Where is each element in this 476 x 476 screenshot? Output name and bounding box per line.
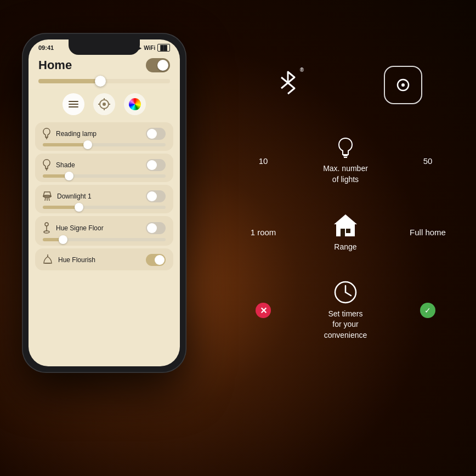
svg-line-25 [45,197,46,201]
phone-mockup: 09:41 ▶ WiFi ██ Home [22,33,197,450]
bluetooth-icon [275,70,301,100]
reading-toggle[interactable] [146,128,166,140]
downlight-slider[interactable] [43,206,166,209]
lights-feature-row: 10 Max. number of lights 50 [230,137,461,185]
check-icon: ✓ [420,303,435,318]
svg-marker-4 [334,214,357,224]
home-icon [332,212,359,237]
timers-center: Set timers for your convenience [285,280,406,341]
lights-list: Reading lamp [29,122,180,270]
tab-color[interactable] [124,93,146,115]
range-label: Range [334,242,356,253]
timers-feature-row: ✕ Set timers for your convenience ✓ [230,280,461,341]
signe-slider[interactable] [43,238,166,241]
svg-point-30 [44,231,49,233]
light-name-flourish: Hue Flourish [58,256,95,264]
tab-scenes[interactable] [93,93,115,115]
svg-point-1 [401,83,405,87]
svg-rect-7 [346,229,350,233]
battery-icon: ██ [157,44,170,52]
bulb-icon [338,137,353,159]
x-icon: ✕ [256,303,271,318]
bulb-small-icon-2 [43,159,50,171]
hub-icon-box [384,66,422,104]
signe-icon [43,222,50,235]
tab-bar [29,89,180,120]
info-panel: ® 10 Max. number of lights [230,44,461,439]
flourish-icon [43,254,53,265]
downlight-thumb[interactable] [75,203,83,212]
status-time: 09:41 [38,44,54,51]
main-brightness-thumb[interactable] [95,76,106,87]
svg-rect-5 [336,224,355,236]
shade-toggle[interactable] [146,159,166,171]
lights-min-value: 10 [241,156,285,166]
list-icon [68,99,79,109]
range-feature-row: 1 room Range Full home [230,212,461,253]
scenes-icon [98,98,110,110]
range-min-label: 1 room [241,228,285,237]
svg-point-15 [103,103,106,106]
status-right: ▶ WiFi ██ [137,44,170,52]
signe-toggle[interactable] [146,222,166,234]
light-name-downlight: Downlight 1 [57,192,92,200]
reading-slider[interactable] [43,143,166,146]
clock-icon [333,280,358,304]
light-name-shade: Shade [56,161,75,169]
light-item-downlight: Downlight 1 [35,185,173,213]
notch [69,39,140,55]
phone-screen: 09:41 ▶ WiFi ██ Home [29,39,180,366]
light-item-reading: Reading lamp [35,122,173,151]
range-max-label: Full home [406,228,450,237]
top-icons-row: ® [230,66,461,104]
light-name-signe: Hue Signe Floor [56,224,104,232]
svg-line-27 [49,197,49,201]
main-brightness-slider[interactable] [38,79,170,83]
svg-rect-6 [341,229,345,236]
range-center: Range [285,212,406,253]
color-wheel-icon [129,98,141,110]
reading-thumb[interactable] [83,140,92,149]
bulb-small-icon [43,128,50,140]
signe-thumb[interactable] [59,235,67,244]
svg-line-10 [345,292,351,296]
svg-point-28 [45,223,48,226]
light-name-reading: Reading lamp [56,130,97,138]
hub-container [384,66,422,104]
wifi-icon: WiFi [144,45,155,51]
light-item-flourish: Hue Flourish [35,248,173,270]
lights-label: Max. number of lights [323,163,368,185]
shade-slider[interactable] [43,174,166,178]
lights-max-value: 50 [406,156,450,166]
app-title: Home [38,58,72,72]
phone-outer: 09:41 ▶ WiFi ██ Home [22,33,186,373]
light-item-shade: Shade [35,154,173,182]
timers-label: Set timers for your convenience [324,309,367,341]
bluetooth-registered: ® [300,67,304,73]
light-item-signe: Hue Signe Floor [35,216,173,246]
shade-thumb[interactable] [65,172,73,180]
app-header: Home [29,52,180,76]
downlight-icon [43,191,52,202]
lights-center: Max. number of lights [285,137,406,185]
hub-icon [392,74,414,96]
downlight-toggle[interactable] [146,190,166,202]
flourish-toggle[interactable] [146,254,166,266]
home-toggle[interactable] [146,58,170,72]
tab-list[interactable] [63,93,84,115]
